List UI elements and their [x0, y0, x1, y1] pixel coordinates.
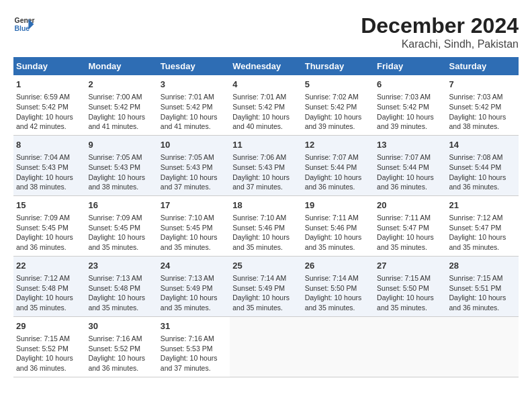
page-title: December 2024 — [361, 13, 519, 38]
calendar-cell — [230, 316, 302, 377]
day-number: 11 — [232, 139, 299, 151]
calendar-cell: 16Sunrise: 7:09 AMSunset: 5:45 PMDayligh… — [85, 195, 157, 256]
daylight-label: Daylight: 10 hours and 39 minutes. — [305, 113, 362, 131]
day-number: 27 — [377, 260, 443, 272]
daylight-label: Daylight: 10 hours and 35 minutes. — [232, 293, 290, 312]
sunrise-label: Sunrise: 7:14 AM — [232, 274, 286, 282]
calendar-cell: 5Sunrise: 7:02 AMSunset: 5:42 PMDaylight… — [302, 75, 374, 135]
sunrise-label: Sunrise: 7:03 AM — [377, 93, 431, 101]
sunrise-label: Sunrise: 7:09 AM — [88, 214, 142, 222]
calendar-cell: 10Sunrise: 7:05 AMSunset: 5:43 PMDayligh… — [158, 135, 230, 195]
daylight-label: Daylight: 10 hours and 37 minutes. — [161, 354, 218, 372]
sunset-label: Sunset: 5:50 PM — [305, 284, 357, 292]
day-number: 30 — [88, 320, 154, 332]
sunset-label: Sunset: 5:44 PM — [377, 163, 429, 171]
col-tuesday: Tuesday — [158, 57, 230, 75]
sunrise-label: Sunrise: 7:05 AM — [88, 153, 142, 161]
col-monday: Monday — [85, 57, 157, 75]
col-sunday: Sunday — [13, 57, 85, 75]
calendar-cell: 28Sunrise: 7:15 AMSunset: 5:51 PMDayligh… — [447, 256, 519, 316]
sunset-label: Sunset: 5:49 PM — [232, 284, 285, 292]
sunrise-label: Sunrise: 7:11 AM — [377, 214, 431, 222]
sunset-label: Sunset: 5:49 PM — [161, 284, 213, 292]
sunrise-label: Sunrise: 7:12 AM — [16, 274, 70, 282]
daylight-label: Daylight: 10 hours and 36 minutes. — [16, 354, 73, 372]
sunset-label: Sunset: 5:42 PM — [232, 103, 285, 111]
page-subtitle: Karachi, Sindh, Pakistan — [361, 38, 519, 50]
sunrise-label: Sunrise: 7:12 AM — [449, 214, 503, 222]
daylight-label: Daylight: 10 hours and 35 minutes. — [305, 293, 362, 312]
daylight-label: Daylight: 10 hours and 35 minutes. — [449, 233, 506, 251]
sunrise-label: Sunrise: 7:02 AM — [305, 93, 359, 101]
day-number: 10 — [161, 139, 227, 151]
daylight-label: Daylight: 10 hours and 38 minutes. — [449, 113, 506, 131]
sunrise-label: Sunrise: 6:59 AM — [16, 93, 70, 101]
calendar-cell: 27Sunrise: 7:15 AMSunset: 5:50 PMDayligh… — [374, 256, 446, 316]
daylight-label: Daylight: 10 hours and 35 minutes. — [377, 293, 434, 312]
header-row: Sunday Monday Tuesday Wednesday Thursday… — [13, 57, 519, 75]
day-number: 28 — [449, 260, 516, 272]
calendar-cell: 25Sunrise: 7:14 AMSunset: 5:49 PMDayligh… — [230, 256, 302, 316]
calendar-cell: 29Sunrise: 7:15 AMSunset: 5:52 PMDayligh… — [13, 316, 85, 377]
sunset-label: Sunset: 5:47 PM — [449, 224, 502, 232]
sunset-label: Sunset: 5:42 PM — [305, 103, 357, 111]
calendar-cell: 3Sunrise: 7:01 AMSunset: 5:42 PMDaylight… — [158, 75, 230, 135]
sunset-label: Sunset: 5:53 PM — [161, 345, 213, 353]
sunset-label: Sunset: 5:45 PM — [88, 224, 140, 232]
daylight-label: Daylight: 10 hours and 35 minutes. — [377, 233, 434, 251]
day-number: 24 — [161, 260, 227, 272]
daylight-label: Daylight: 10 hours and 35 minutes. — [305, 233, 362, 251]
calendar-cell: 24Sunrise: 7:13 AMSunset: 5:49 PMDayligh… — [158, 256, 230, 316]
sunrise-label: Sunrise: 7:01 AM — [161, 93, 214, 101]
day-number: 29 — [16, 320, 83, 332]
sunrise-label: Sunrise: 7:16 AM — [88, 334, 142, 342]
daylight-label: Daylight: 10 hours and 41 minutes. — [161, 113, 218, 131]
calendar-table: Sunday Monday Tuesday Wednesday Thursday… — [13, 57, 519, 377]
daylight-label: Daylight: 10 hours and 37 minutes. — [161, 173, 218, 191]
sunrise-label: Sunrise: 7:08 AM — [449, 153, 503, 161]
sunset-label: Sunset: 5:42 PM — [377, 103, 429, 111]
calendar-cell: 12Sunrise: 7:07 AMSunset: 5:44 PMDayligh… — [302, 135, 374, 195]
day-number: 15 — [16, 199, 83, 212]
sunrise-label: Sunrise: 7:04 AM — [16, 153, 70, 161]
sunrise-label: Sunrise: 7:15 AM — [377, 274, 431, 282]
day-number: 16 — [88, 199, 154, 212]
col-thursday: Thursday — [302, 57, 374, 75]
title-block: December 2024 Karachi, Sindh, Pakistan — [361, 13, 519, 50]
daylight-label: Daylight: 10 hours and 36 minutes. — [88, 354, 145, 372]
sunset-label: Sunset: 5:43 PM — [232, 163, 285, 171]
sunset-label: Sunset: 5:43 PM — [16, 163, 69, 171]
calendar-cell — [447, 316, 519, 377]
day-number: 31 — [161, 320, 227, 332]
sunrise-label: Sunrise: 7:05 AM — [161, 153, 214, 161]
sunrise-label: Sunrise: 7:03 AM — [449, 93, 503, 101]
day-number: 4 — [232, 79, 299, 91]
sunset-label: Sunset: 5:46 PM — [305, 224, 357, 232]
day-number: 23 — [88, 260, 154, 272]
daylight-label: Daylight: 10 hours and 35 minutes. — [232, 233, 290, 251]
daylight-label: Daylight: 10 hours and 41 minutes. — [88, 113, 145, 131]
daylight-label: Daylight: 10 hours and 36 minutes. — [449, 293, 506, 312]
daylight-label: Daylight: 10 hours and 40 minutes. — [232, 113, 290, 131]
daylight-label: Daylight: 10 hours and 39 minutes. — [377, 113, 434, 131]
col-saturday: Saturday — [447, 57, 519, 75]
sunset-label: Sunset: 5:50 PM — [377, 284, 429, 292]
sunrise-label: Sunrise: 7:14 AM — [305, 274, 359, 282]
sunset-label: Sunset: 5:45 PM — [161, 224, 213, 232]
sunrise-label: Sunrise: 7:11 AM — [305, 214, 359, 222]
calendar-cell: 17Sunrise: 7:10 AMSunset: 5:45 PMDayligh… — [158, 195, 230, 256]
calendar-cell: 22Sunrise: 7:12 AMSunset: 5:48 PMDayligh… — [13, 256, 85, 316]
calendar-week-row: 22Sunrise: 7:12 AMSunset: 5:48 PMDayligh… — [13, 256, 519, 316]
daylight-label: Daylight: 10 hours and 36 minutes. — [377, 173, 434, 191]
calendar-cell: 23Sunrise: 7:13 AMSunset: 5:48 PMDayligh… — [85, 256, 157, 316]
daylight-label: Daylight: 10 hours and 35 minutes. — [16, 293, 73, 312]
sunset-label: Sunset: 5:45 PM — [16, 224, 69, 232]
sunset-label: Sunset: 5:52 PM — [88, 345, 140, 353]
daylight-label: Daylight: 10 hours and 35 minutes. — [88, 233, 145, 251]
calendar-cell: 30Sunrise: 7:16 AMSunset: 5:52 PMDayligh… — [85, 316, 157, 377]
daylight-label: Daylight: 10 hours and 36 minutes. — [305, 173, 362, 191]
calendar-cell: 9Sunrise: 7:05 AMSunset: 5:43 PMDaylight… — [85, 135, 157, 195]
calendar-cell: 26Sunrise: 7:14 AMSunset: 5:50 PMDayligh… — [302, 256, 374, 316]
svg-text:Blue: Blue — [15, 25, 30, 32]
day-number: 5 — [305, 79, 371, 91]
